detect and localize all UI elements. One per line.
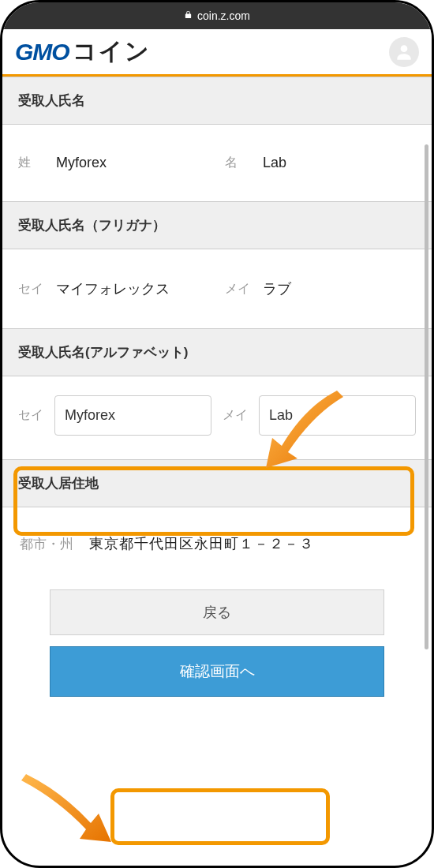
url-text: coin.z.com	[197, 9, 250, 22]
section-body-address: 都市・州 東京都千代田区永田町１－２－３	[2, 507, 432, 589]
surname-value: Myforex	[56, 155, 107, 171]
furigana-sei-value: マイフォレックス	[56, 279, 170, 298]
section-body-name: 姓 Myforex 名 Lab	[2, 125, 432, 201]
furigana-mei-label: メイ	[225, 281, 253, 297]
alphabet-sei-label: セイ	[18, 407, 47, 424]
alphabet-sei-input[interactable]	[54, 395, 211, 436]
lock-icon	[184, 9, 193, 22]
back-button[interactable]: 戻る	[50, 589, 384, 635]
section-body-alphabet: セイ メイ	[2, 376, 432, 459]
givenname-label: 名	[225, 155, 253, 171]
section-header-address: 受取人居住地	[2, 459, 432, 507]
alphabet-mei-label: メイ	[223, 407, 251, 424]
section-header-alphabet: 受取人氏名(アルファベット)	[2, 328, 432, 376]
address-label: 都市・州	[20, 535, 73, 553]
furigana-sei-label: セイ	[18, 281, 47, 297]
section-header-name: 受取人氏名	[2, 77, 432, 125]
alphabet-mei-input[interactable]	[259, 395, 416, 436]
logo-gmo: GMO	[15, 39, 69, 65]
scrollbar[interactable]	[425, 144, 428, 649]
person-icon	[394, 42, 414, 62]
logo-coin: コイン	[73, 36, 151, 68]
surname-label: 姓	[18, 155, 47, 171]
annotation-highlight-confirm	[110, 788, 330, 845]
givenname-value: Lab	[263, 155, 286, 171]
avatar[interactable]	[389, 37, 419, 67]
section-body-furigana: セイ マイフォレックス メイ ラブ	[2, 249, 432, 328]
svg-point-0	[401, 45, 408, 52]
furigana-mei-value: ラブ	[263, 279, 291, 298]
confirm-button[interactable]: 確認画面へ	[50, 646, 384, 697]
annotation-arrow-to-confirm	[18, 760, 121, 847]
app-header: GMO コイン	[2, 29, 432, 77]
section-header-furigana: 受取人氏名（フリガナ）	[2, 201, 432, 249]
address-value: 東京都千代田区永田町１－２－３	[89, 534, 314, 553]
logo[interactable]: GMO コイン	[15, 36, 151, 68]
browser-url-bar: coin.z.com	[2, 2, 432, 29]
